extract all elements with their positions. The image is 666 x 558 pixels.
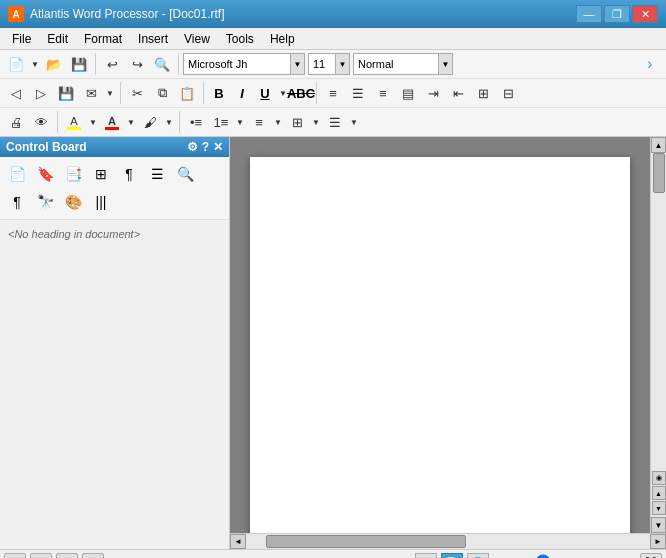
font-name-combo[interactable]: ▼ bbox=[183, 53, 305, 75]
cb-help-icon[interactable]: ? bbox=[202, 140, 209, 154]
font-size-combo[interactable]: ▼ bbox=[308, 53, 350, 75]
zoom-minus-icon[interactable]: − bbox=[493, 554, 501, 559]
columns2-button[interactable]: ⊟ bbox=[496, 81, 520, 105]
mail-button[interactable]: ✉ bbox=[79, 81, 103, 105]
columns-button[interactable]: ⊞ bbox=[471, 81, 495, 105]
doc-page-container[interactable] bbox=[230, 137, 650, 533]
list4-button[interactable]: ☰ bbox=[323, 110, 347, 134]
decrease-indent-button[interactable]: ⇤ bbox=[446, 81, 470, 105]
font-name-dropdown[interactable]: ▼ bbox=[291, 53, 305, 75]
highlight-button[interactable]: A bbox=[62, 110, 86, 134]
bold-button[interactable]: B bbox=[208, 82, 230, 104]
scroll-extra-1[interactable]: ◉ bbox=[652, 471, 666, 485]
nav-next-button[interactable]: ► bbox=[30, 553, 52, 559]
list2-dropdown[interactable]: ▼ bbox=[272, 110, 284, 134]
style-input[interactable] bbox=[353, 53, 439, 75]
increase-indent-button[interactable]: ⇥ bbox=[421, 81, 445, 105]
format-painter-button[interactable]: 🖌 bbox=[138, 110, 162, 134]
menu-item-edit[interactable]: Edit bbox=[39, 28, 76, 49]
cb-btn-special[interactable]: ¶ bbox=[116, 161, 142, 187]
cb-btn-pages[interactable]: 📑 bbox=[60, 161, 86, 187]
print-preview-button[interactable]: 👁 bbox=[29, 110, 53, 134]
font-color-button[interactable]: A bbox=[100, 110, 124, 134]
new-dropdown-button[interactable]: ▼ bbox=[29, 52, 41, 76]
font-size-input[interactable] bbox=[308, 53, 336, 75]
scroll-track[interactable] bbox=[651, 153, 666, 469]
format-painter-dropdown[interactable]: ▼ bbox=[163, 110, 175, 134]
cb-settings-icon[interactable]: ⚙ bbox=[187, 140, 198, 154]
cb-btn-binoculars[interactable]: 🔭 bbox=[32, 189, 58, 215]
zoom-plus-icon[interactable]: + bbox=[589, 554, 597, 559]
mail-dropdown-button[interactable]: ▼ bbox=[104, 81, 116, 105]
minimize-button[interactable]: — bbox=[576, 5, 602, 23]
save-button[interactable]: 💾 bbox=[67, 52, 91, 76]
save2-button[interactable]: 💾 bbox=[54, 81, 78, 105]
list3-dropdown[interactable]: ▼ bbox=[310, 110, 322, 134]
undo-button[interactable]: ↩ bbox=[100, 52, 124, 76]
cb-btn-doc[interactable]: 📄 bbox=[4, 161, 30, 187]
numbered-list-button[interactable]: 1≡ bbox=[209, 110, 233, 134]
list4-dropdown[interactable]: ▼ bbox=[348, 110, 360, 134]
doc-page[interactable] bbox=[250, 157, 630, 533]
align-center-button[interactable]: ☰ bbox=[346, 81, 370, 105]
find-button[interactable]: 🔍 bbox=[150, 52, 174, 76]
scroll-down-button[interactable]: ▼ bbox=[651, 517, 666, 533]
cb-close-icon[interactable]: ✕ bbox=[213, 140, 223, 154]
list2-button[interactable]: ≡ bbox=[247, 110, 271, 134]
toolbar-right-arrow[interactable]: › bbox=[638, 52, 662, 76]
hscroll-right-button[interactable]: ► bbox=[650, 534, 666, 549]
scroll-thumb[interactable] bbox=[653, 153, 665, 193]
nav-back-button[interactable]: ◁ bbox=[4, 81, 28, 105]
align-left-button[interactable]: ≡ bbox=[321, 81, 345, 105]
close-button[interactable]: ✕ bbox=[632, 5, 658, 23]
view-web-button[interactable]: 🌐 bbox=[467, 553, 489, 559]
scroll-up-button[interactable]: ▲ bbox=[651, 137, 666, 153]
cut-button[interactable]: ✂ bbox=[125, 81, 149, 105]
print-button[interactable]: 🖨 bbox=[4, 110, 28, 134]
menu-item-file[interactable]: File bbox=[4, 28, 39, 49]
font-name-input[interactable] bbox=[183, 53, 291, 75]
menu-item-view[interactable]: View bbox=[176, 28, 218, 49]
scroll-extra-2[interactable]: ▲ bbox=[652, 486, 666, 500]
bullet-list-button[interactable]: •≡ bbox=[184, 110, 208, 134]
view-page-button[interactable]: 📄 bbox=[441, 553, 463, 559]
highlight-dropdown[interactable]: ▼ bbox=[87, 110, 99, 134]
hscroll-track[interactable] bbox=[246, 534, 650, 549]
paste-button[interactable]: 📋 bbox=[175, 81, 199, 105]
cb-btn-colors[interactable]: 🎨 bbox=[60, 189, 86, 215]
copy-button[interactable]: ⧉ bbox=[150, 81, 174, 105]
cb-btn-bookmarks[interactable]: 🔖 bbox=[32, 161, 58, 187]
cb-btn-list[interactable]: ☰ bbox=[144, 161, 170, 187]
hscroll-thumb[interactable] bbox=[266, 535, 466, 548]
redo-button[interactable]: ↪ bbox=[125, 52, 149, 76]
list-dropdown[interactable]: ▼ bbox=[234, 110, 246, 134]
justify-button[interactable]: ▤ bbox=[396, 81, 420, 105]
nav-prev-button[interactable]: ◄ bbox=[4, 553, 26, 559]
strikethrough-button[interactable]: ABC bbox=[290, 82, 312, 104]
nav-stop-button[interactable]: ✕ bbox=[56, 553, 78, 559]
nav-skip-button[interactable]: ⊘ bbox=[82, 553, 104, 559]
open-button[interactable]: 📂 bbox=[42, 52, 66, 76]
cb-btn-table[interactable]: ⊞ bbox=[88, 161, 114, 187]
cb-btn-para[interactable]: ¶ bbox=[4, 189, 30, 215]
cb-btn-zoom[interactable]: 🔍 bbox=[172, 161, 198, 187]
menu-item-tools[interactable]: Tools bbox=[218, 28, 262, 49]
scroll-extra-3[interactable]: ▼ bbox=[652, 501, 666, 515]
cb-btn-marks[interactable]: ||| bbox=[88, 189, 114, 215]
fullscreen-button[interactable]: ⛶ bbox=[640, 553, 662, 559]
style-combo[interactable]: ▼ bbox=[353, 53, 453, 75]
list3-button[interactable]: ⊞ bbox=[285, 110, 309, 134]
view-normal-button[interactable]: ☰ bbox=[415, 553, 437, 559]
italic-button[interactable]: I bbox=[231, 82, 253, 104]
nav-forward-button[interactable]: ▷ bbox=[29, 81, 53, 105]
align-right-button[interactable]: ≡ bbox=[371, 81, 395, 105]
underline-button[interactable]: U bbox=[254, 82, 276, 104]
menu-item-format[interactable]: Format bbox=[76, 28, 130, 49]
menu-item-help[interactable]: Help bbox=[262, 28, 303, 49]
menu-item-insert[interactable]: Insert bbox=[130, 28, 176, 49]
font-size-dropdown[interactable]: ▼ bbox=[336, 53, 350, 75]
new-doc-button[interactable]: 📄 bbox=[4, 52, 28, 76]
font-color-dropdown[interactable]: ▼ bbox=[125, 110, 137, 134]
hscroll-left-button[interactable]: ◄ bbox=[230, 534, 246, 549]
restore-button[interactable]: ❐ bbox=[604, 5, 630, 23]
